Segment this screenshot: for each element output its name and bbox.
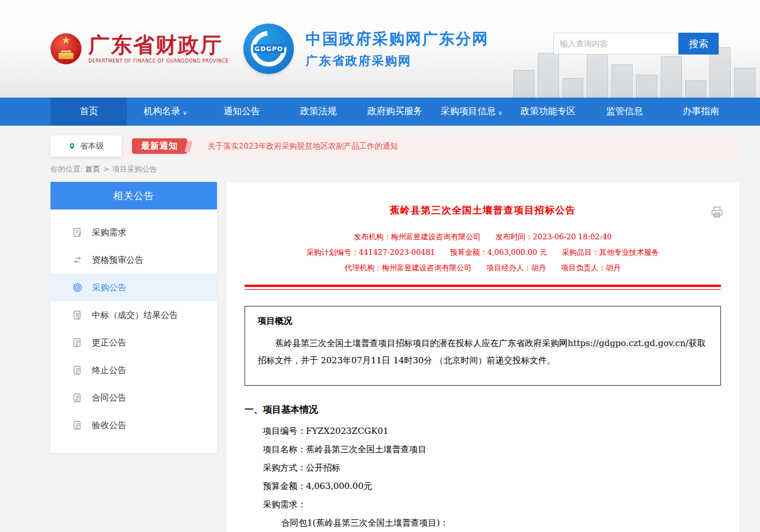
nav-item-label: 通知公告 <box>223 106 260 118</box>
chevron-down-icon: ∨ <box>498 110 502 116</box>
printer-icon[interactable] <box>711 206 723 220</box>
meta-pair: 发布时间：2023-06-20 18:02:40 <box>495 232 611 241</box>
body-line: 项目编号：FYZX2023ZCGK01 <box>245 422 721 440</box>
nav-item-7[interactable]: 监管信息 <box>586 98 662 126</box>
breadcrumb-separator: > <box>103 165 110 173</box>
nav-item-6[interactable]: 政策功能专区 <box>510 98 586 126</box>
sidebar-item-4[interactable]: 更正公告 <box>51 329 217 356</box>
meta-pair: 预算金额：4,063,000.00 元 <box>450 248 547 257</box>
notice-link[interactable]: 关于落实2023年政府采购脱贫地区农副产品工作的通知 <box>208 141 398 152</box>
sidebar-item-label: 更正公告 <box>92 337 126 348</box>
nav-item-3[interactable]: 政策法规 <box>280 98 356 126</box>
sidebar-item-3[interactable]: 中标（成交）结果公告 <box>51 301 217 329</box>
chevron-down-icon: ∨ <box>183 110 187 116</box>
gdgpo-logo-icon: GDGPO <box>243 24 294 74</box>
doc-lines-icon <box>72 420 83 430</box>
breadcrumb: 你的位置: 首页>项目采购公告 <box>51 164 739 174</box>
body-line: 预算金额：4,063,000.00元 <box>245 477 721 495</box>
meta-pair: 项目负责人：胡丹 <box>561 263 621 272</box>
search-input[interactable] <box>553 33 678 55</box>
article-title: 蕉岭县第三次全国土壤普查项目招标公告 <box>245 204 721 217</box>
swap-arrows-icon <box>72 255 83 265</box>
body-line: 采购方式：公开招标 <box>245 459 721 477</box>
meta-pair: 采购计划编号：441427-2023-00481 <box>307 248 435 257</box>
nav-item-8[interactable]: 办事指南 <box>663 98 739 126</box>
nav-item-1[interactable]: 机构名录∨ <box>127 98 203 126</box>
nav-item-0[interactable]: 首页 <box>51 98 127 126</box>
target-check-icon <box>72 282 83 293</box>
sidebar-item-5[interactable]: 终止公告 <box>51 356 217 384</box>
sidebar-item-label: 终止公告 <box>92 365 126 376</box>
sidebar-item-label: 验收公告 <box>92 420 126 431</box>
sidebar-item-2[interactable]: 采购公告 <box>51 274 217 301</box>
nav-item-label: 采购项目信息 <box>441 106 496 118</box>
page: ★ 广东省财政厅 DEPARTMENT OF FINANCE OF GUANGD… <box>0 0 760 532</box>
overview-link[interactable]: https://gdgpo.czt.gd.gov.cn/ <box>568 338 688 348</box>
breadcrumb-items: 首页>项目采购公告 <box>86 165 157 173</box>
sidebar-item-7[interactable]: 验收公告 <box>51 411 217 439</box>
doc-lines-icon <box>72 393 83 403</box>
nav-item-5[interactable]: 采购项目信息∨ <box>433 98 510 126</box>
nav-items-container: 首页机构名录∨通知公告政策法规政府购买服务采购项目信息∨政策功能专区监管信息办事… <box>51 98 739 126</box>
site-subtitle: 广东省政府采购网 <box>305 53 488 69</box>
content: 相关公告 采购需求资格预审公告采购公告中标（成交）结果公告更正公告终止公告合同公… <box>51 182 739 532</box>
org-name: 广东省财政厅 <box>88 34 228 57</box>
sidebar-item-label: 采购需求 <box>92 227 126 238</box>
sidebar-item-label: 资格预审公告 <box>92 255 144 266</box>
emblem-star: ★ <box>61 35 71 45</box>
body-line: 合同包1(蕉岭县第三次全国土壤普查项目)： <box>245 514 721 532</box>
meta-pair: 发布机构：梅州富昱建设咨询有限公司 <box>354 232 480 241</box>
red-divider <box>245 285 721 290</box>
meta-pair: 采购品目：其他专业技术服务 <box>562 248 659 257</box>
article-meta-row: 发布机构：梅州富昱建设咨询有限公司发布时间：2023-06-20 18:02:4… <box>245 232 721 242</box>
nav-item-label: 监管信息 <box>606 106 643 118</box>
body-line: 采购需求： <box>245 495 721 514</box>
meta-pair: 代理机构：梅州富昱建设咨询有限公司 <box>345 263 472 272</box>
sidebar-list: 采购需求资格预审公告采购公告中标（成交）结果公告更正公告终止公告合同公告验收公告 <box>51 209 217 453</box>
search-button[interactable]: 搜索 <box>678 33 719 55</box>
emblem-gate <box>59 53 73 59</box>
sidebar-item-0[interactable]: 采购需求 <box>51 219 217 246</box>
doc-edit-icon <box>72 227 83 238</box>
sidebar: 相关公告 采购需求资格预审公告采购公告中标（成交）结果公告更正公告终止公告合同公… <box>51 182 217 453</box>
nav-item-label: 政策法规 <box>300 106 337 118</box>
nav-item-label: 政府购买服务 <box>367 106 422 118</box>
article-meta: 发布机构：梅州富昱建设咨询有限公司发布时间：2023-06-20 18:02:4… <box>245 232 721 273</box>
nav-item-label: 办事指南 <box>683 106 719 118</box>
sidebar-item-label: 中标（成交）结果公告 <box>92 310 178 321</box>
overview-box: 项目概况 蕉岭县第三次全国土壤普查项目招标项目的潜在投标人应在广东省政府采购网h… <box>245 306 721 386</box>
breadcrumb-current: 项目采购公告 <box>112 165 157 173</box>
latest-notice-badge: 最新通知 <box>132 138 187 154</box>
section-heading: 一、项目基本情况 <box>245 404 721 416</box>
sidebar-item-label: 采购公告 <box>92 282 126 293</box>
search-box: 搜索 <box>553 33 719 55</box>
finance-dept-logo: ★ 广东省财政厅 DEPARTMENT OF FINANCE OF GUANGD… <box>51 33 228 64</box>
section-body: 项目编号：FYZX2023ZCGK01项目名称：蕉岭县第三次全国土壤普查项目采购… <box>245 422 721 532</box>
meta-pair: 项目经办人：胡丹 <box>487 263 546 272</box>
sidebar-item-1[interactable]: 资格预审公告 <box>51 246 217 274</box>
doc-result-icon <box>72 310 83 320</box>
gdgpo-logo-text: GDGPO <box>254 45 285 53</box>
doc-lines-icon <box>72 365 83 375</box>
article-meta-row: 采购计划编号：441427-2023-00481预算金额：4,063,000.0… <box>245 247 721 258</box>
national-emblem-icon: ★ <box>51 33 82 64</box>
nav-item-2[interactable]: 通知公告 <box>204 98 280 126</box>
main-nav: 首页机构名录∨通知公告政策法规政府购买服务采购项目信息∨政策功能专区监管信息办事… <box>0 98 760 126</box>
breadcrumb-link-0[interactable]: 首页 <box>86 165 100 173</box>
doc-lines-icon <box>72 337 83 348</box>
main-panel: 蕉岭县第三次全国土壤普查项目招标公告 发布机构：梅州富昱建设咨询有限公司发布时间… <box>226 182 739 532</box>
site-title: 中国政府采购网广东分网 <box>305 29 488 49</box>
org-name-en: DEPARTMENT OF FINANCE OF GUANGDONG PROVI… <box>88 59 228 64</box>
overview-heading: 项目概况 <box>258 316 708 327</box>
nav-item-4[interactable]: 政府购买服务 <box>356 98 433 126</box>
region-selector[interactable]: 省本级 <box>51 135 122 157</box>
site-header: ★ 广东省财政厅 DEPARTMENT OF FINANCE OF GUANGD… <box>0 0 760 98</box>
overview-paragraph: 蕉岭县第三次全国土壤普查项目招标项目的潜在投标人应在广东省政府采购网https:… <box>258 335 708 369</box>
region-label: 省本级 <box>80 141 104 152</box>
breadcrumb-prefix: 你的位置: <box>51 165 83 173</box>
nav-item-label: 机构名录 <box>144 106 180 118</box>
nav-item-label: 首页 <box>80 106 98 118</box>
article-meta-row: 代理机构：梅州富昱建设咨询有限公司项目经办人：胡丹项目负责人：胡丹 <box>245 263 721 273</box>
sidebar-item-6[interactable]: 合同公告 <box>51 384 217 411</box>
notice-bar: 省本级 最新通知 关于落实2023年政府采购脱贫地区农副产品工作的通知 <box>51 135 739 157</box>
